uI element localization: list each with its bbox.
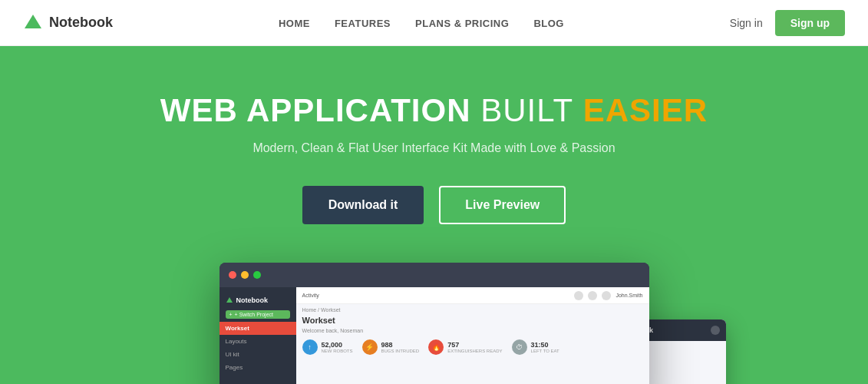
download-button[interactable]: Download it (302, 186, 424, 224)
mock-topbar-right: John.Smith (574, 291, 642, 300)
hero-title-easier: EASIER (583, 92, 708, 128)
mock-stat-label-3: LEFT TO EAT (531, 349, 559, 353)
mock-stat-label-2: EXTINGUISHERS READY (447, 349, 502, 353)
mock-activity-tab: Activity (302, 293, 319, 298)
window-dot-maximize (253, 271, 261, 279)
mock-page-title: Workset (296, 316, 649, 328)
mock-active-item: Workset (219, 322, 296, 335)
live-preview-button[interactable]: Live Preview (439, 186, 566, 224)
mock-stats-row: ↑ 52,000 NEW ROBOTS ⚡ 988 BUGS INTRUDED (296, 339, 649, 355)
mock-stat-icon-0: ↑ (302, 339, 318, 355)
mock-stat-1: ⚡ 988 BUGS INTRUDED (362, 339, 420, 355)
mock-add-icon: + (229, 312, 233, 317)
mock-brand: Notebook (219, 293, 296, 307)
mock-stat-label-1: BUGS INTRUDED (381, 349, 420, 353)
mock-stat-num-2: 757 (447, 341, 502, 349)
mock-welcome: Welcome back, Noseman (296, 328, 649, 339)
mock-menu-uikit: UI kit (219, 348, 296, 361)
mock-stat-num-0: 52,000 (322, 341, 353, 349)
mock-add-project: + + Switch Project (226, 310, 290, 319)
mock-breadcrumb: Home / Workset (296, 304, 649, 316)
window-dot-minimize (241, 271, 249, 279)
mock-stat-icon-3: ⏱ (512, 339, 527, 355)
mock-avatar (602, 291, 611, 300)
brand-icon (23, 13, 43, 33)
hero-subtitle: Modern, Clean & Flat User Interface Kit … (252, 141, 615, 155)
hero-title-app: WEB APPLICATION (160, 92, 471, 128)
mock-add-label: + Switch Project (235, 312, 273, 317)
browser-content: Notebook + + Switch Project Workset Layo… (219, 287, 649, 384)
sign-up-button[interactable]: Sign up (775, 10, 845, 36)
mock-sidebar: Notebook + + Switch Project Workset Layo… (219, 287, 296, 384)
mock-brand-name: Notebook (236, 296, 269, 304)
sign-in-link[interactable]: Sign in (730, 17, 763, 29)
brand-name: Notebook (49, 15, 113, 31)
nav-features[interactable]: FEATURES (335, 18, 391, 29)
mock-stat-text-2: 757 EXTINGUISHERS READY (447, 341, 502, 353)
navbar-right: Sign in Sign up (730, 10, 845, 36)
browser-mockup: Notebook + + Switch Project Workset Layo… (219, 263, 649, 384)
mock-menu-pages: Pages (219, 361, 296, 374)
device-settings-icon (711, 326, 720, 335)
svg-marker-0 (25, 15, 41, 28)
mock-stat-0: ↑ 52,000 NEW ROBOTS (302, 339, 353, 355)
mock-main-content: Activity John.Smith Home / Workset Works… (296, 287, 649, 384)
hero-buttons: Download it Live Preview (302, 186, 566, 224)
hero-title-built-word: BUILT (480, 92, 573, 128)
mock-stat-text-3: 31:50 LEFT TO EAT (531, 341, 559, 353)
mock-stat-text-1: 988 BUGS INTRUDED (381, 341, 420, 353)
mock-stat-label-0: NEW ROBOTS (322, 349, 353, 353)
navbar: Notebook HOME FEATURES PLANS & PRICING B… (0, 0, 868, 46)
nav-home[interactable]: HOME (279, 18, 310, 29)
svg-marker-1 (226, 297, 233, 303)
mock-notification-icon (574, 291, 583, 300)
window-dot-close (229, 271, 236, 279)
browser-titlebar (219, 263, 649, 287)
nav-pricing[interactable]: PLANS & PRICING (415, 18, 509, 29)
hero-title: WEB APPLICATION BUILT EASIER (160, 92, 708, 129)
mock-search-icon (588, 291, 597, 300)
mock-stat-3: ⏱ 31:50 LEFT TO EAT (512, 339, 559, 355)
hero-section: WEB APPLICATION BUILT EASIER Modern, Cle… (0, 46, 868, 384)
main-nav: HOME FEATURES PLANS & PRICING BLOG (279, 16, 564, 30)
mock-menu-layouts: Layouts (219, 335, 296, 348)
mock-stat-num-3: 31:50 (531, 341, 559, 349)
mock-stat-num-1: 988 (381, 341, 420, 349)
mock-stat-text-0: 52,000 NEW ROBOTS (322, 341, 353, 353)
browser-mock-container: Notebook + + Switch Project Workset Layo… (0, 263, 868, 384)
mock-stat-2: 🔥 757 EXTINGUISHERS READY (428, 339, 502, 355)
mock-username: John.Smith (616, 293, 642, 298)
brand-logo[interactable]: Notebook (23, 13, 113, 33)
nav-blog[interactable]: BLOG (533, 18, 564, 29)
mock-stat-icon-1: ⚡ (362, 339, 378, 355)
mock-topbar: Activity John.Smith (296, 287, 649, 304)
mock-stat-icon-2: 🔥 (428, 339, 444, 355)
